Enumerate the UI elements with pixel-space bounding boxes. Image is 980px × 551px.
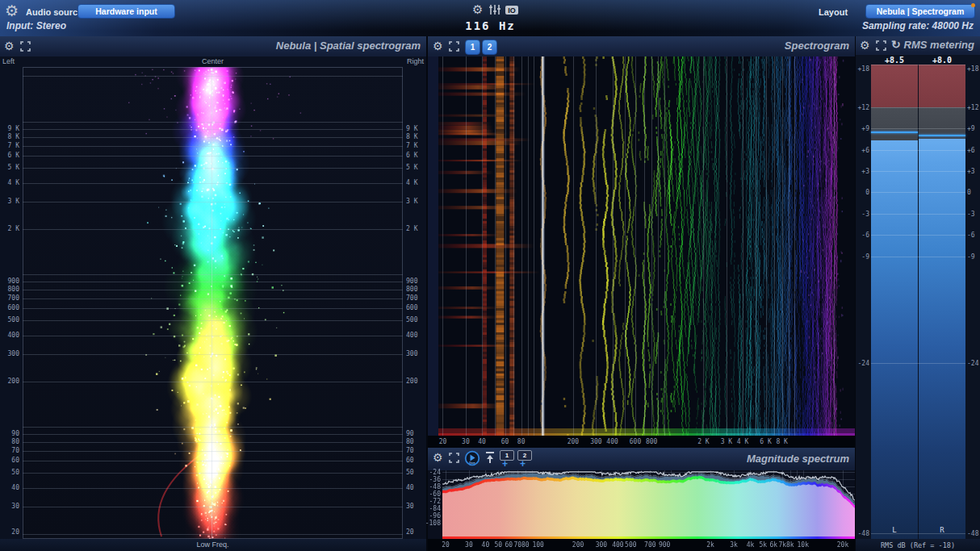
freq-tick-label: 20 bbox=[442, 541, 450, 549]
freq-tick-label: 7 K bbox=[406, 142, 417, 149]
freq-tick-label: 300 bbox=[596, 541, 607, 549]
db-tick-label: 0 bbox=[865, 189, 869, 196]
sliders-icon[interactable] bbox=[488, 4, 501, 15]
rms-panel-header: ⚙ ↻ RMS metering bbox=[856, 36, 980, 55]
gear-icon[interactable]: ⚙ bbox=[4, 40, 15, 52]
freq-tick-label: 2k bbox=[706, 541, 714, 549]
freq-tick-label: 20 bbox=[406, 528, 414, 536]
rms-peak-line bbox=[871, 131, 918, 133]
db-tick-label: +12 bbox=[967, 104, 978, 111]
expand-icon[interactable] bbox=[449, 453, 459, 463]
rms-grid-line bbox=[871, 235, 965, 236]
freq-tick-label: 800 bbox=[406, 286, 417, 293]
layout-preset-button[interactable]: Nebula | Spectrogram bbox=[865, 4, 975, 19]
db-tick-label: -6 bbox=[861, 232, 869, 239]
peak-hold-icon[interactable] bbox=[485, 451, 495, 464]
spatial-spectrogram-canvas[interactable] bbox=[23, 67, 403, 539]
rms-headroom-zone bbox=[871, 107, 918, 140]
rms-peak-line bbox=[919, 135, 965, 136]
magnitude-panel-title: Magnitude spectrum bbox=[747, 453, 849, 465]
expand-icon[interactable] bbox=[449, 41, 459, 52]
freq-tick-label: 900 bbox=[659, 541, 670, 549]
rms-clip-zone bbox=[919, 65, 965, 107]
view-1-button[interactable]: 1 bbox=[465, 40, 480, 55]
freq-tick-label: 40 bbox=[478, 438, 486, 445]
freq-tick-label: 100 bbox=[532, 541, 543, 549]
rms-level-fill bbox=[919, 139, 965, 539]
freq-tick-label: 500 bbox=[625, 541, 636, 549]
rms-panel-title: RMS metering bbox=[904, 39, 974, 51]
gear-icon[interactable]: ⚙ bbox=[433, 40, 443, 52]
freq-tick-label: 30 bbox=[406, 503, 414, 510]
freq-tick-label: 4 K bbox=[8, 179, 19, 186]
expand-icon[interactable] bbox=[876, 40, 886, 51]
freq-tick-label: 7k bbox=[779, 541, 787, 549]
db-tick-label: -108 bbox=[425, 520, 441, 527]
freq-tick-label: 30 bbox=[11, 503, 19, 510]
freq-tick-label: 80 bbox=[406, 438, 414, 445]
freq-tick-label: 6 K bbox=[406, 152, 417, 159]
freq-tick-label: 300 bbox=[590, 438, 601, 445]
io-routing-icon[interactable]: IO bbox=[505, 5, 519, 15]
rms-grid-line bbox=[871, 65, 965, 65]
db-tick-label: -36 bbox=[429, 476, 441, 483]
view-2-button[interactable]: 2 bbox=[482, 40, 497, 55]
freq-tick-label: 200 bbox=[572, 541, 584, 549]
freq-tick-label: 700 bbox=[8, 294, 19, 302]
hardware-input-button[interactable]: Hardware input bbox=[77, 4, 175, 19]
spatial-panel-header: ⚙ Nebula | Spatial spectrogram bbox=[0, 36, 426, 56]
freq-tick-label: 8 K bbox=[776, 438, 787, 445]
reset-meters-icon[interactable]: ↻ bbox=[891, 38, 901, 51]
freq-tick-label: 90 bbox=[406, 430, 414, 437]
freq-tick-label: 2 K bbox=[406, 225, 417, 232]
freq-tick-label: 200 bbox=[8, 378, 19, 385]
db-tick-label: +12 bbox=[858, 104, 869, 111]
spectrogram-panel-header: ⚙ 1 2 Spectrogram bbox=[428, 36, 855, 56]
layout-label: Layout bbox=[819, 7, 848, 17]
rms-grid-line bbox=[871, 107, 965, 108]
freq-tick-label: 3 K bbox=[721, 438, 732, 445]
input-status: Input: Stereo bbox=[6, 20, 66, 31]
spatial-panel-footer: Low Freq. bbox=[0, 539, 426, 551]
db-tick-label: -60 bbox=[429, 490, 441, 498]
live-mode-button[interactable]: live bbox=[464, 450, 480, 466]
freq-tick-label: 50 bbox=[406, 469, 414, 476]
rms-grid-line bbox=[871, 533, 965, 534]
rms-meter-bars: LR bbox=[871, 65, 965, 539]
gear-icon[interactable]: ⚙ bbox=[860, 40, 870, 51]
rms-grid-line bbox=[871, 128, 965, 129]
spectrogram-canvas[interactable] bbox=[428, 56, 855, 436]
rms-grid-line bbox=[871, 363, 965, 364]
freq-tick-label: 70 bbox=[11, 447, 19, 454]
freq-tick-label: 8 K bbox=[8, 133, 19, 140]
freq-tick-label: 400 bbox=[406, 332, 417, 339]
freq-tick-label: 70 bbox=[406, 447, 414, 454]
freq-tick-label: 20k bbox=[837, 541, 848, 549]
freq-tick-label: 4 K bbox=[406, 179, 417, 186]
gear-icon[interactable]: ⚙ bbox=[433, 452, 443, 463]
magnitude-freq-axis: 203040506070801002003004005007009002k3k4… bbox=[428, 539, 855, 551]
rms-meter-bar-R: R bbox=[919, 65, 965, 539]
overlay-1-add-icon[interactable]: + bbox=[502, 458, 508, 470]
db-tick-label: -84 bbox=[429, 505, 441, 512]
gear-icon[interactable]: ⚙ bbox=[5, 3, 19, 19]
freq-tick-label: 800 bbox=[646, 438, 657, 445]
frequency-readout: 116 Hz bbox=[436, 19, 545, 32]
db-tick-label: -72 bbox=[429, 498, 441, 505]
rms-value-right: +8.0 bbox=[919, 56, 965, 65]
freq-tick-label: 200 bbox=[406, 378, 417, 385]
freq-tick-label: 500 bbox=[8, 316, 19, 324]
freq-tick-label: 200 bbox=[567, 438, 579, 445]
freq-tick-label: 3 K bbox=[8, 198, 19, 205]
overlay-2-add-icon[interactable]: + bbox=[520, 458, 526, 470]
low-freq-label: Low Freq. bbox=[23, 541, 403, 549]
freq-tick-label: 40 bbox=[11, 484, 19, 491]
freq-tick-label: 900 bbox=[406, 278, 417, 285]
gear-icon[interactable]: ⚙ bbox=[472, 3, 483, 15]
freq-tick-label: 80 bbox=[11, 438, 19, 445]
freq-tick-label: 400 bbox=[612, 541, 623, 549]
top-bar: ⚙ Audio source Hardware input Input: Ste… bbox=[0, 0, 980, 36]
expand-icon[interactable] bbox=[20, 41, 31, 52]
freq-tick-label: 600 bbox=[406, 304, 417, 311]
live-icon-label: live bbox=[469, 461, 475, 465]
